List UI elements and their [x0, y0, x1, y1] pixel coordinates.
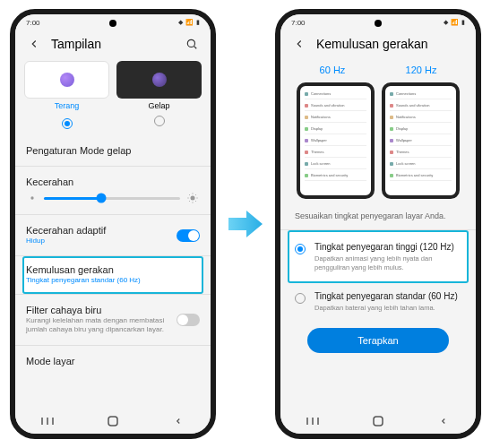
signal-icon: 📶: [451, 19, 459, 26]
mini-item: Wallpaper: [390, 138, 452, 146]
mini-item: Themes: [390, 150, 452, 158]
mini-icon: [390, 92, 393, 96]
sun-high-icon: [187, 193, 198, 203]
page-title: Tampilan: [51, 37, 175, 51]
mini-icon: [305, 104, 308, 108]
motion-smoothness-label: Kemulusan gerakan: [26, 264, 200, 275]
svg-point-0: [187, 39, 194, 47]
mini-icon: [390, 162, 393, 166]
motion-smoothness-row[interactable]: Kemulusan gerakan Tingkat penyegaran sta…: [22, 256, 203, 293]
svg-point-2: [30, 196, 33, 199]
home-button[interactable]: [371, 416, 385, 426]
blue-light-label: Filter cahaya biru: [26, 305, 177, 315]
svg-line-11: [195, 194, 196, 195]
mini-item: Sounds and vibration: [390, 103, 452, 111]
hz-description: Sesuaikan tingkat penyegaran layar Anda.: [289, 208, 467, 228]
mini-item: Lock screen: [305, 161, 366, 169]
blue-light-row[interactable]: Filter cahaya biru Kurangi kelelahan mat…: [24, 297, 202, 343]
option-120hz[interactable]: Tingkat penyegaran tinggi (120 Hz) Dapat…: [288, 230, 469, 283]
back-icon: [439, 417, 448, 426]
brightness-slider[interactable]: [44, 197, 180, 200]
sun-low-icon: [28, 194, 37, 202]
theme-dark-label: Gelap: [116, 101, 202, 110]
status-icons: ◆ 📶 ▮: [444, 19, 465, 26]
home-button[interactable]: [106, 416, 120, 426]
svg-point-3: [191, 196, 195, 201]
mini-icon: [390, 104, 393, 108]
recents-icon: [306, 417, 319, 426]
svg-rect-20: [374, 417, 383, 426]
recents-button[interactable]: [40, 416, 55, 426]
settings-content: Terang Gelap Pengaturan Mode gelap Kecer…: [15, 57, 211, 409]
theme-dot-icon: [60, 73, 74, 87]
divider: [15, 214, 211, 215]
slider-thumb[interactable]: [96, 194, 106, 203]
status-time: 7:00: [26, 19, 40, 27]
dark-mode-settings-row[interactable]: Pengaturan Mode gelap: [24, 137, 202, 164]
status-time: 7:00: [291, 19, 306, 27]
signal-icon: 📶: [185, 19, 194, 26]
option-60hz-label: Tingkat penyegaran standar (60 Hz): [314, 290, 461, 302]
navigation-bar: [280, 409, 476, 434]
svg-line-10: [189, 201, 190, 202]
back-button[interactable]: [291, 36, 307, 52]
divider: [15, 166, 211, 167]
phone-motion-smoothness: 7:00 ◆ 📶 ▮ Kemulusan gerakan 60 Hz 120 H…: [275, 9, 481, 439]
option-60hz[interactable]: Tingkat penyegaran standar (60 Hz) Dapat…: [289, 281, 467, 322]
blue-light-toggle[interactable]: [177, 314, 200, 326]
mini-icon: [305, 151, 308, 154]
mini-item: Biometrics and security: [390, 173, 452, 181]
chevron-left-icon: [293, 38, 306, 50]
dark-mode-label: Pengaturan Mode gelap: [26, 145, 200, 156]
back-nav-button[interactable]: [171, 416, 185, 426]
mini-item: Connections: [305, 91, 366, 99]
recents-icon: [41, 417, 54, 426]
tab-60hz[interactable]: 60 Hz: [320, 65, 346, 75]
tab-120hz[interactable]: 120 Hz: [406, 65, 437, 75]
theme-dark-radio[interactable]: [154, 116, 165, 126]
brightness-slider-row: [24, 187, 202, 212]
screen-mode-row[interactable]: Mode layar: [24, 348, 202, 375]
mini-icon: [390, 151, 393, 154]
adaptive-brightness-toggle[interactable]: [177, 229, 200, 242]
divider: [15, 294, 211, 295]
theme-light-radio[interactable]: [62, 118, 73, 129]
theme-dot-icon: [152, 73, 167, 87]
hz-tabs: 60 Hz 120 Hz: [289, 57, 467, 79]
theme-dark-option[interactable]: Gelap: [116, 61, 202, 130]
home-icon: [108, 416, 118, 426]
mini-item: Biometrics and security: [305, 173, 366, 181]
status-icons: ◆ 📶 ▮: [178, 19, 200, 26]
adaptive-brightness-label: Kecerahan adaptif: [26, 225, 177, 236]
battery-icon: ▮: [196, 19, 200, 26]
theme-light-preview: [24, 61, 109, 99]
option-120hz-radio[interactable]: [295, 244, 306, 254]
divider: [15, 345, 211, 346]
recents-button[interactable]: [306, 416, 320, 426]
option-120hz-sub: Dapatkan animasi yang lebih nyata dan pe…: [314, 254, 461, 272]
slider-fill: [44, 197, 101, 200]
arrow-right-icon: [227, 205, 264, 243]
phone-display-settings: 7:00 ◆ 📶 ▮ Tampilan Terang Gelap: [10, 9, 216, 439]
back-nav-button[interactable]: [436, 416, 451, 426]
navigation-bar: [15, 409, 211, 434]
option-60hz-radio[interactable]: [295, 293, 306, 304]
theme-selector: Terang Gelap: [24, 61, 202, 130]
svg-line-1: [194, 47, 197, 49]
mini-item: Sounds and vibration: [305, 103, 366, 111]
mini-icon: [305, 139, 308, 142]
option-120hz-label: Tingkat penyegaran tinggi (120 Hz): [314, 241, 461, 253]
adaptive-brightness-row[interactable]: Kecerahan adaptif Hidup: [24, 217, 202, 254]
apply-button[interactable]: Terapkan: [307, 328, 449, 353]
mini-icon: [390, 127, 393, 131]
mini-item: Wallpaper: [305, 138, 366, 146]
chevron-left-icon: [28, 38, 40, 50]
back-icon: [174, 417, 183, 426]
mini-item: Lock screen: [390, 161, 452, 169]
preview-120hz: Connections Sounds and vibration Notific…: [382, 82, 460, 199]
back-button[interactable]: [26, 36, 42, 52]
mini-icon: [305, 174, 308, 177]
svg-rect-15: [108, 417, 117, 426]
theme-light-option[interactable]: Terang: [24, 61, 109, 130]
search-button[interactable]: [184, 36, 200, 52]
